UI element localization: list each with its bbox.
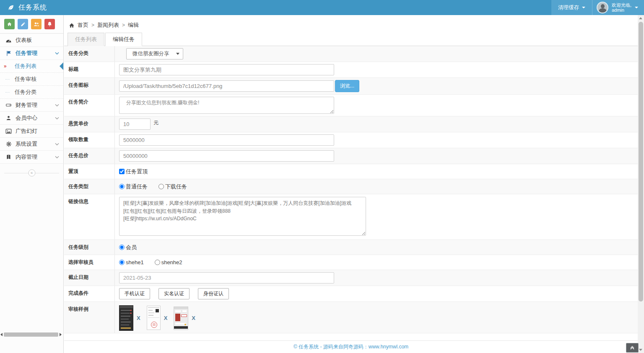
sidebar-item-ad-slides[interactable]: 广告幻灯: [0, 125, 63, 138]
users-icon: [34, 21, 39, 27]
back-to-top-button[interactable]: [626, 343, 639, 353]
type-download-radio-label[interactable]: 下载任务: [158, 183, 187, 191]
remove-sample-button[interactable]: X: [137, 315, 140, 321]
sample-thumbnail-2[interactable]: [147, 306, 161, 330]
title-input[interactable]: [119, 64, 334, 75]
condition-phone-button[interactable]: 手机认证: [119, 288, 150, 299]
deadline-input[interactable]: [119, 272, 334, 283]
footer-text: © 任务系统 - 源码来自阿奇源码：www.hnymwl.com: [293, 344, 408, 350]
sample-thumbnail-3[interactable]: [174, 307, 188, 330]
level-member-radio-label[interactable]: 会员: [119, 244, 137, 251]
thumbnail-art: [121, 325, 129, 325]
breadcrumb-news-list[interactable]: 新闻列表: [97, 21, 119, 29]
field-label: 链接信息: [64, 194, 115, 240]
tab-task-list[interactable]: 任务列表: [68, 33, 104, 46]
type-download-radio[interactable]: [158, 184, 164, 189]
category-select[interactable]: 微信朋友圈分享: [126, 48, 183, 59]
chevron-down-icon: [55, 156, 59, 159]
field-label: 审核样例: [64, 302, 115, 333]
thumbnail-art: [130, 313, 132, 314]
icon-path-input[interactable]: [119, 80, 334, 92]
sidebar-item-system-settings[interactable]: 系统设置: [0, 138, 63, 151]
sidebar-item-content-management[interactable]: 内容管理: [0, 151, 63, 164]
type-normal-radio-label[interactable]: 普通任务: [119, 183, 148, 191]
pin-checkbox-label[interactable]: 任务置顶: [119, 168, 148, 175]
sidebar-item-finance[interactable]: 财务管理: [0, 99, 63, 112]
tachometer-icon: [5, 38, 12, 43]
caret-down-icon: [582, 7, 585, 8]
edit-task-form: 任务分类 微信朋友圈分享 标题 任务图标 浏览... 任务简介: [64, 46, 638, 333]
browse-button[interactable]: 浏览...: [335, 80, 359, 92]
vertical-scrollbar[interactable]: [638, 15, 644, 353]
condition-identity-button[interactable]: 身份证认: [198, 288, 229, 299]
sample-thumbnail-1[interactable]: [119, 305, 133, 331]
sidebar-collapse-button[interactable]: «: [28, 170, 35, 177]
sidebar-item-task-management[interactable]: 任务管理: [0, 47, 63, 60]
form-row-total: 任务总价: [64, 148, 638, 164]
user-menu[interactable]: 欢迎光临, admin: [592, 0, 644, 15]
clear-cache-button[interactable]: 清理缓存: [551, 0, 592, 15]
remove-sample-button[interactable]: X: [164, 315, 168, 321]
field-label: 任务图标: [64, 78, 115, 94]
link-info-textarea[interactable]: [旺柴]大[赢]发娱樂，风靡全球的棋牌[加油加油]游戏[旺柴]大[赢]发娱樂，万…: [119, 197, 366, 236]
thumbnail-art: [153, 325, 156, 325]
form-row-type: 任务类型 普通任务 下载任务: [64, 179, 638, 194]
chevron-up-icon: [630, 346, 635, 350]
auditor-shehe1-radio[interactable]: [119, 260, 125, 265]
sidebar-item-label: 会员中心: [16, 114, 37, 122]
scrollbar-thumb[interactable]: [4, 332, 58, 337]
breadcrumb-separator: >: [91, 22, 94, 28]
price-input[interactable]: [119, 119, 151, 130]
field-label: 截止日期: [64, 270, 115, 286]
auditor-shenhe2-radio-label[interactable]: shenhe2: [155, 259, 182, 265]
sidebar-item-task-list[interactable]: » 任务列表: [0, 60, 63, 73]
field-label: 任务分类: [64, 46, 115, 62]
home-shortcut-button[interactable]: [4, 19, 15, 29]
thumbnail-art: [175, 310, 181, 312]
total-price-input[interactable]: [119, 150, 334, 162]
notifications-shortcut-button[interactable]: [44, 19, 55, 29]
active-marker: »: [4, 63, 7, 69]
intro-textarea[interactable]: 分享图文信息到朋友圈,赚取佣金!: [119, 97, 334, 114]
auditor-shenhe2-radio[interactable]: [155, 260, 160, 265]
tab-bar: 任务列表 编辑任务: [64, 33, 638, 46]
sidebar-item-task-category[interactable]: 任务分类: [0, 86, 63, 99]
sidebar-item-label: 任务管理: [16, 49, 37, 57]
sidebar-item-label: 任务审核: [15, 75, 36, 83]
sidebar-item-task-review[interactable]: 任务审核: [0, 73, 63, 86]
sidebar-item-label: 仪表板: [16, 36, 32, 44]
field-label: 任务总价: [64, 148, 115, 164]
scroll-down-icon[interactable]: [639, 349, 642, 351]
radio-text: 普通任务: [126, 183, 148, 191]
scroll-left-icon[interactable]: [0, 333, 3, 336]
avatar: [597, 2, 608, 13]
type-normal-radio[interactable]: [119, 184, 125, 189]
users-shortcut-button[interactable]: [31, 19, 42, 29]
scrollbar-thumb[interactable]: [639, 22, 643, 301]
sidebar-item-dashboard[interactable]: 仪表板: [0, 34, 63, 47]
sidebar-submenu: » 任务列表 任务审核 任务分类: [0, 60, 63, 99]
sidebar-item-members[interactable]: 会员中心: [0, 112, 63, 125]
clear-cache-label: 清理缓存: [558, 4, 579, 11]
scroll-up-icon[interactable]: [639, 17, 642, 19]
condition-realname-button[interactable]: 实名认证: [158, 288, 190, 299]
thumbnail-art: [119, 306, 133, 308]
remove-sample-button[interactable]: X: [192, 315, 195, 321]
level-member-radio[interactable]: [119, 245, 125, 250]
pin-checkbox[interactable]: [119, 169, 125, 174]
edit-shortcut-button[interactable]: [18, 19, 28, 29]
breadcrumb-home[interactable]: 首页: [78, 21, 88, 29]
tab-edit-task[interactable]: 编辑任务: [105, 33, 142, 46]
sidebar-item-label: 内容管理: [16, 153, 37, 161]
scroll-right-icon[interactable]: [60, 333, 62, 336]
thumbnail-art: [148, 310, 153, 311]
app-brand[interactable]: 任务系统: [0, 3, 47, 12]
form-row-auditor: 选择审核员 shehe1 shenhe2: [64, 255, 638, 270]
auditor-shehe1-radio-label[interactable]: shehe1: [119, 259, 144, 265]
quantity-input[interactable]: [119, 134, 334, 146]
sidebar-horizontal-scrollbar[interactable]: [0, 332, 62, 337]
thumbnail-art: [121, 319, 129, 320]
form-row-top: 置顶 任务置顶: [64, 164, 638, 179]
field-label: 任务级别: [64, 240, 115, 255]
radio-text: 下载任务: [165, 183, 187, 191]
